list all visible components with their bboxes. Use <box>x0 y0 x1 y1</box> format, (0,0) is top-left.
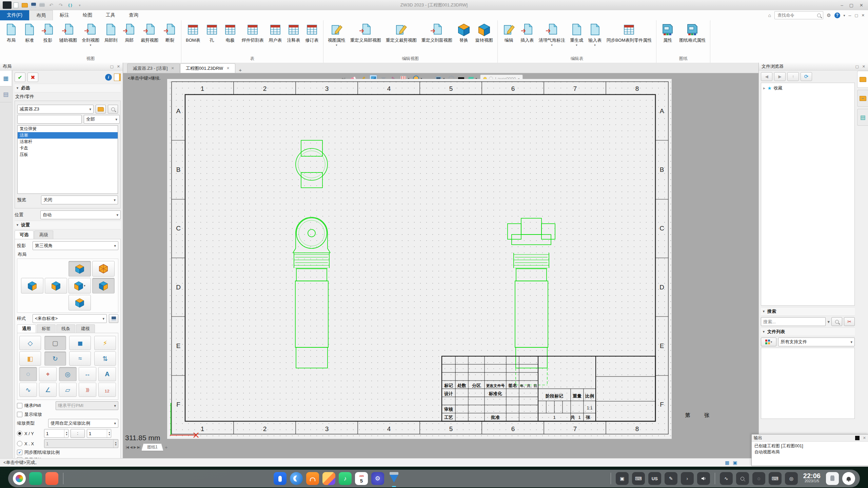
xx-radio[interactable] <box>17 441 22 446</box>
dock-notification-icon[interactable] <box>842 472 855 485</box>
search-history-caret[interactable] <box>827 319 830 324</box>
ribbon-button-redefine-detail-view[interactable]: 重定义局部视图 <box>348 22 383 44</box>
advanced-filter-button[interactable] <box>844 317 855 326</box>
expand-icon[interactable] <box>763 87 765 90</box>
scale-y-stepper[interactable]: ▲▼ <box>87 429 111 438</box>
status-display-icon[interactable] <box>733 460 737 465</box>
file-list[interactable] <box>761 348 855 419</box>
sync-scale-checkbox[interactable] <box>17 450 22 455</box>
ribbon-button-regenerate[interactable]: 重生成 <box>568 22 586 47</box>
last-sheet-icon[interactable] <box>137 445 140 449</box>
view-top-button[interactable] <box>68 261 91 277</box>
xy-radio[interactable] <box>17 431 22 436</box>
tray-screenshot-icon[interactable] <box>752 472 765 485</box>
drawing-canvas[interactable]: <单击中键>继续. <box>123 73 758 458</box>
back-button[interactable] <box>761 72 772 81</box>
ribbon-button-standard[interactable]: 标准 <box>20 22 39 44</box>
prev-sheet-icon[interactable] <box>130 445 132 449</box>
tab-layers[interactable] <box>857 109 868 126</box>
home-icon[interactable] <box>768 13 771 18</box>
ribbon-button-insert-table[interactable]: 插入表 <box>518 22 536 44</box>
required-section-header[interactable]: 必选 <box>15 84 121 93</box>
info-icon[interactable]: i <box>105 74 112 81</box>
tray-volume-icon[interactable] <box>697 472 710 485</box>
dimension-icon[interactable] <box>79 367 96 381</box>
tab-linked-files[interactable] <box>857 90 868 107</box>
doc-tab-part[interactable]: 减震器.Z3 - [活塞] <box>127 63 180 73</box>
projection-dropdown[interactable]: 第三视角 <box>33 241 118 250</box>
save-icon[interactable] <box>31 3 36 7</box>
list-item[interactable]: 卡盘 <box>18 145 118 151</box>
qat-dropdown-icon[interactable] <box>77 2 83 8</box>
list-item-selected[interactable]: 活塞 <box>18 132 118 139</box>
search-section-header[interactable]: 搜索 <box>761 307 855 316</box>
cancel-button[interactable] <box>27 73 38 82</box>
dock-zw3d-icon[interactable] <box>388 472 400 485</box>
spline-icon[interactable] <box>19 383 37 397</box>
ribbon-button-import-table[interactable]: 输入表 <box>586 22 604 47</box>
ribbon-button-full-section-view[interactable]: 全剖视图 <box>79 22 102 47</box>
panel-close-icon[interactable] <box>117 64 120 69</box>
list-item[interactable]: 复位弹簧 <box>18 126 118 132</box>
new-tab-button[interactable] <box>235 67 245 73</box>
view-iso-button[interactable] <box>92 261 115 277</box>
align-icon[interactable] <box>94 351 116 366</box>
wireframe-icon[interactable] <box>19 336 41 350</box>
dropdown-caret-icon[interactable] <box>84 284 85 287</box>
help-icon[interactable]: ? <box>834 13 840 18</box>
inherit-pmi-checkbox[interactable] <box>17 403 22 408</box>
command-search[interactable] <box>774 11 823 19</box>
weld-icon[interactable] <box>79 383 96 397</box>
ribbon-button-user-table[interactable]: 用户表 <box>266 22 284 44</box>
tangent-edges-icon[interactable] <box>69 351 91 366</box>
dock-appgrid-icon[interactable] <box>45 472 58 485</box>
hidden-edges-icon[interactable] <box>19 367 37 381</box>
print-icon[interactable] <box>39 3 45 7</box>
close-tab-icon[interactable] <box>226 66 230 70</box>
drawing-sheet[interactable]: 12 34 56 78 12 34 56 78 AB CD EF <box>167 79 672 439</box>
tray-osk-icon[interactable] <box>769 472 782 485</box>
ribbon-button-electrode-table[interactable]: 电极 <box>221 22 239 44</box>
ribbon-button-detail-view[interactable]: 局部 <box>120 22 138 44</box>
ribbon-button-view-attributes[interactable]: 视图属性 <box>326 22 348 47</box>
preview-search-button[interactable] <box>108 105 118 114</box>
ribbon-button-redefine-section-view[interactable]: 重定义剖面视图 <box>419 22 455 44</box>
regen-icon[interactable] <box>67 2 73 8</box>
dock-trash-icon[interactable] <box>826 472 839 485</box>
refresh-button[interactable] <box>801 72 812 81</box>
view-front-button[interactable] <box>45 278 67 293</box>
ribbon-button-sheet-attributes[interactable]: 属性 <box>658 22 677 44</box>
list-item[interactable]: 活塞杆 <box>18 139 118 145</box>
ribbon-button-replace[interactable]: 替换 <box>455 22 473 44</box>
file-list-section-header[interactable]: 文件列表 <box>761 327 855 336</box>
clock[interactable]: 22:06 2023/1/5 <box>801 473 823 484</box>
forward-button[interactable] <box>774 72 786 81</box>
view-side-button[interactable] <box>92 278 115 293</box>
ribbon-button-projection[interactable]: 投影 <box>39 22 57 44</box>
settings-gear-icon[interactable] <box>827 13 831 18</box>
add-sheet-button[interactable] <box>165 444 168 450</box>
hidden-line-icon[interactable] <box>44 336 66 350</box>
datum-plane-icon[interactable] <box>59 383 77 397</box>
ribbon-minimize-icon[interactable] <box>849 13 851 18</box>
tray-power-icon[interactable] <box>785 472 798 485</box>
tray-keyboard-icon[interactable] <box>632 472 645 485</box>
scale-type-dropdown[interactable]: 使用自定义缩放比例 <box>48 419 118 428</box>
bend-notes-icon[interactable] <box>39 383 57 397</box>
part-filter-input[interactable] <box>17 115 82 124</box>
tab-tools[interactable]: 工具 <box>99 10 122 20</box>
stop-icon[interactable] <box>855 436 860 440</box>
tray-search-icon[interactable] <box>736 472 749 485</box>
ribbon-button-local-section[interactable]: 局部剖 <box>102 22 120 44</box>
tab-label[interactable]: 标签 <box>37 324 56 333</box>
file-menu-button[interactable]: 文件(F) <box>0 10 29 20</box>
doc-tab-drawing[interactable]: 工程图001.Z3DRW <box>180 63 236 73</box>
dock-filemanager-icon[interactable] <box>29 472 42 485</box>
tray-input-layout[interactable]: US <box>648 472 661 485</box>
panel-float-icon[interactable] <box>855 64 859 69</box>
preview-dropdown[interactable]: 关闭 <box>41 196 118 204</box>
view-bottom-button[interactable] <box>68 295 91 310</box>
ribbon-button-revision-table[interactable]: 修订表 <box>303 22 321 44</box>
ribbon-button-annotation-table[interactable]: 注释表 <box>284 22 303 44</box>
undo-icon[interactable] <box>48 2 54 8</box>
